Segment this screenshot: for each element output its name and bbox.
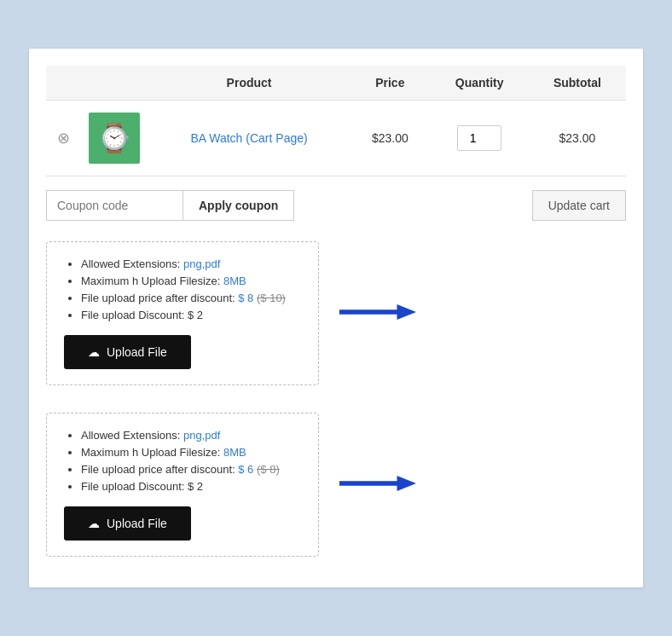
product-link[interactable]: BA Watch (Cart Page)	[190, 131, 307, 145]
upload-box-2-details: Allowed Extensions: png,pdf Maximum h Up…	[64, 429, 301, 493]
upload-file-button-1[interactable]: ☁ Upload File	[64, 335, 191, 369]
discount-1: File upload Discount: $ 2	[81, 309, 301, 321]
upload-box-2: Allowed Extensions: png,pdf Maximum h Up…	[46, 413, 319, 557]
watch-image: ⌚	[97, 122, 131, 154]
coupon-left: Apply coupon	[46, 190, 294, 221]
upload-file-label-1: Upload File	[107, 345, 167, 359]
extensions-1: Allowed Extensions: png,pdf	[81, 257, 301, 270]
col-thumb	[80, 66, 148, 101]
apply-coupon-button[interactable]: Apply coupon	[182, 190, 294, 221]
filesize-2: Maximum h Upload Filesize: 8MB	[81, 446, 301, 459]
discount-price-1: File upload price after discount: $ 8 ($…	[81, 292, 301, 304]
coupon-input[interactable]	[46, 190, 182, 221]
cart-row: ⊗ ⌚ BA Watch (Cart Page) $23.00 $23.00	[46, 101, 626, 176]
quantity-input[interactable]	[457, 125, 501, 151]
upload-cloud-icon-2: ☁	[88, 517, 100, 530]
col-remove	[46, 66, 80, 101]
main-container: Product Price Quantity Subtotal ⊗ ⌚ BA W…	[29, 49, 643, 587]
col-product: Product	[148, 66, 350, 101]
product-subtotal: $23.00	[529, 101, 626, 176]
upload-section-1: Allowed Extensions: png,pdf Maximum h Up…	[46, 241, 626, 385]
product-price: $23.00	[350, 101, 430, 176]
upload-cloud-icon-1: ☁	[88, 345, 100, 359]
col-quantity: Quantity	[430, 66, 528, 101]
upload-box-1-details: Allowed Extensions: png,pdf Maximum h Up…	[64, 257, 301, 321]
filesize-1: Maximum h Upload Filesize: 8MB	[81, 275, 301, 287]
upload-box-1: Allowed Extensions: png,pdf Maximum h Up…	[46, 241, 319, 385]
extensions-2: Allowed Extensions: png,pdf	[81, 429, 301, 442]
update-cart-button[interactable]: Update cart	[532, 190, 626, 221]
col-price: Price	[350, 66, 430, 101]
remove-item-button[interactable]: ⊗	[57, 130, 70, 146]
arrow-indicator-2	[339, 476, 416, 494]
arrow-indicator-1	[339, 304, 416, 322]
cart-table: Product Price Quantity Subtotal ⊗ ⌚ BA W…	[46, 66, 626, 176]
coupon-row: Apply coupon Update cart	[46, 190, 626, 221]
upload-file-button-2[interactable]: ☁ Upload File	[64, 506, 191, 541]
col-subtotal: Subtotal	[529, 66, 626, 101]
upload-file-label-2: Upload File	[107, 517, 167, 530]
discount-2: File upload Discount: $ 2	[81, 480, 301, 493]
upload-section-2: Allowed Extensions: png,pdf Maximum h Up…	[46, 413, 626, 557]
product-thumbnail: ⌚	[89, 113, 140, 164]
upload-section: Allowed Extensions: png,pdf Maximum h Up…	[46, 241, 626, 570]
discount-price-2: File upload price after discount: $ 6 ($…	[81, 463, 301, 476]
